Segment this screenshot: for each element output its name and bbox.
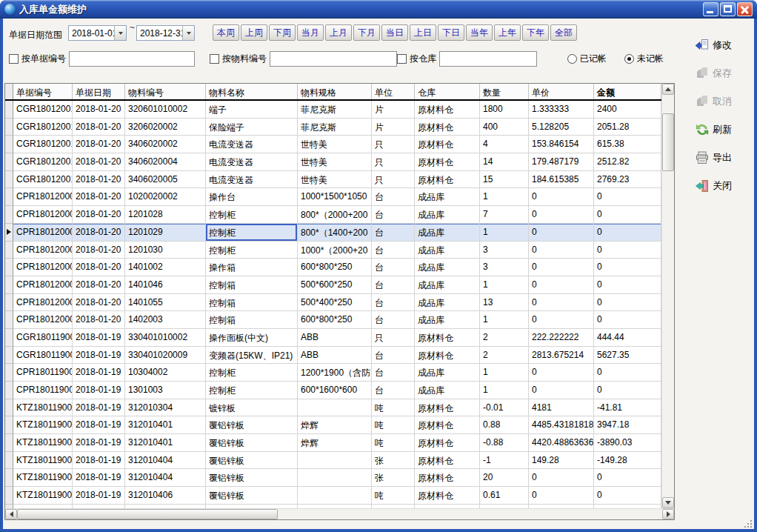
close-button[interactable]: 关闭 [695,177,732,195]
cell[interactable]: 0 [529,206,594,224]
cell[interactable]: 原材料仓 [415,136,480,153]
cell[interactable]: 5627.35 [594,347,661,365]
cell[interactable]: 1000*1500*1050 [298,188,372,206]
horizontal-scroll-thumb[interactable] [17,509,278,519]
cell[interactable]: 2018-01-19 [73,347,125,365]
cell[interactable]: 0 [529,311,594,329]
cell[interactable]: 原材料仓 [415,487,480,505]
cell[interactable]: 2018-01-20 [73,153,125,171]
cell[interactable]: 台 [372,242,415,259]
cell[interactable]: 2051.28 [594,119,661,136]
cell[interactable]: 片 [372,101,415,119]
cell[interactable]: 1 [480,382,529,399]
cell[interactable]: 电流变送器 [206,153,298,171]
table-row[interactable]: CGR180119002018-01-19330401020009变频器(15K… [5,347,661,365]
cell[interactable]: 222.222222 [529,329,594,347]
cell[interactable]: 2018-01-20 [73,242,125,259]
cell[interactable]: 0 [594,382,661,399]
cell[interactable]: 0 [529,364,594,382]
cell[interactable]: 800*（1400+200 [298,224,372,242]
cell[interactable]: KTZ18011900 [13,487,73,505]
cell[interactable]: 成品库 [415,206,480,224]
quick-date-button[interactable]: 下日 [438,24,464,41]
cell[interactable]: 2018-01-20 [73,101,125,119]
cell[interactable]: 保险端子 [206,119,298,136]
table-row[interactable]: CPR180120002018-01-201401055控制箱500*400*2… [5,294,661,312]
cell[interactable]: 2018-01-19 [73,469,125,487]
cell[interactable]: 4485.43181818 [529,416,594,434]
cell[interactable]: 320601010002 [125,101,206,119]
cell[interactable]: 原材料仓 [415,101,480,119]
cell[interactable]: 镀锌板 [206,399,298,417]
cell[interactable]: 500*600*250 [298,276,372,294]
cell[interactable]: -41.81 [594,399,661,417]
cell[interactable]: 0 [529,188,594,206]
cell[interactable]: 烨辉 [298,416,372,434]
cell[interactable]: 615.38 [594,136,661,153]
cell[interactable]: 控制箱 [206,311,298,329]
cell[interactable]: 312010401 [125,434,206,452]
cell[interactable]: 控制柜 [206,382,298,399]
column-header[interactable]: 金额 [594,84,661,99]
cell[interactable]: 0 [529,469,594,487]
cell[interactable]: -0.88 [480,434,529,452]
cell[interactable]: 1800 [480,101,529,119]
cell[interactable]: 2018-01-20 [73,294,125,312]
cell[interactable]: 操作面板(中文) [206,329,298,347]
date-to-combobox[interactable]: 2018-12-31 [136,25,195,41]
cell[interactable]: 312010304 [125,399,206,417]
cell[interactable]: 3947.18 [594,416,661,434]
cell[interactable]: 吨 [372,399,415,417]
cell[interactable]: CPR18012000 [13,276,73,294]
cell[interactable]: CGR18011900 [13,347,73,365]
cell[interactable]: 5.128205 [529,119,594,136]
cell[interactable]: 2018-01-19 [73,416,125,434]
quick-date-button[interactable]: 当日 [381,24,408,41]
cell[interactable]: 操作台 [206,188,298,206]
cell[interactable]: 台 [372,188,415,206]
cell[interactable]: 0 [529,242,594,259]
cell[interactable]: 0 [594,364,661,382]
cell[interactable]: 2018-01-19 [73,452,125,470]
quick-date-button[interactable]: 上周 [241,24,267,41]
cell[interactable]: 原材料仓 [415,416,480,434]
cell[interactable]: 0 [594,242,661,259]
quick-date-button[interactable]: 下月 [353,24,380,41]
cell[interactable]: CGR18012001 [13,101,73,119]
cell[interactable]: 2512.82 [594,153,661,171]
cell[interactable]: 2813.675214 [529,347,594,365]
cell[interactable]: 330401010002 [125,329,206,347]
cell[interactable] [298,469,372,487]
cell[interactable]: 7 [480,206,529,224]
cell[interactable]: 成品库 [415,311,480,329]
horizontal-scrollbar[interactable] [5,508,674,519]
cell[interactable]: 世特美 [298,136,372,153]
cell[interactable]: 0 [529,276,594,294]
cell[interactable]: 原材料仓 [415,119,480,136]
cell[interactable]: 电流变送器 [206,171,298,189]
cell[interactable]: 台 [372,224,415,242]
cell[interactable]: 0 [594,276,661,294]
scroll-up-button[interactable] [662,84,674,95]
cell[interactable]: 3406020002 [125,136,206,153]
cell[interactable]: 覆铝锌板 [206,416,298,434]
cell[interactable]: 原材料仓 [415,329,480,347]
cell[interactable]: 149.28 [529,452,594,470]
cell[interactable]: 3206020002 [125,119,206,136]
cell[interactable]: 2018-01-19 [73,487,125,505]
cell[interactable]: 操作箱 [206,259,298,276]
cell[interactable]: CGR18012001 [13,171,73,189]
cell[interactable]: CPR18011900 [13,364,73,382]
cell[interactable]: 1 [480,364,529,382]
modify-button[interactable]: 修改 [695,36,732,54]
cell[interactable]: 控制箱 [206,294,298,312]
table-row[interactable]: KTZ180119002018-01-19312010404覆铝锌板张原材料仓2… [5,469,661,487]
cell[interactable]: 400 [480,119,529,136]
cell[interactable]: 2018-01-20 [73,119,125,136]
cell[interactable]: 菲尼克斯 [298,101,372,119]
table-row[interactable]: CPR180120002018-01-201201028控制柜800*（2000… [5,206,661,224]
cell[interactable]: 台 [372,259,415,276]
cell[interactable]: 600*800*250 [298,311,372,329]
cell[interactable]: 3 [480,242,529,259]
cell[interactable]: CPR18012000 [13,242,73,259]
